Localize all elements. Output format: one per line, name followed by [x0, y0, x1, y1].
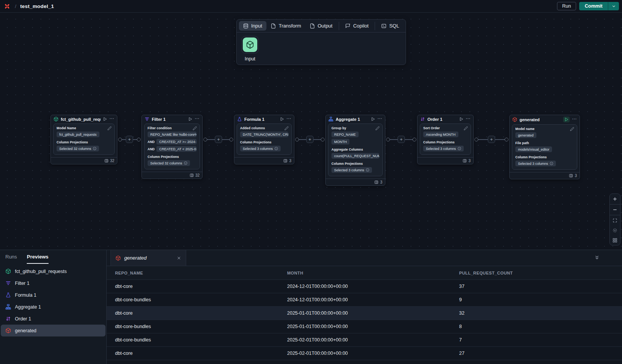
table-row[interactable]: dbt-core 2025-01-01T00:00:00+00:00 32 — [107, 307, 622, 320]
tab-output[interactable]: Output — [305, 21, 337, 31]
zoom-out-button[interactable] — [610, 205, 620, 215]
node-body: Group by REPO_NAME MONTH Aggregate Colum… — [328, 123, 383, 176]
column-projections-pill: Selected 32 columns — [148, 160, 190, 166]
top-bar: / test_model_1 Run Commit — [0, 0, 622, 13]
tab-previews[interactable]: Previews — [27, 250, 48, 264]
sidebar-item-label: Filter 1 — [15, 281, 29, 286]
tab-runs[interactable]: Runs — [5, 250, 17, 264]
edit-pencil-icon[interactable] — [107, 126, 112, 130]
play-icon[interactable] — [103, 117, 107, 121]
row-count: 3 — [380, 180, 382, 184]
table-row[interactable]: dbt-core-bundles 2025-02-01T00:00:00+00:… — [107, 333, 622, 347]
output-port[interactable] — [474, 138, 478, 141]
node-generated[interactable]: generated ⋯ Model name generated File pa… — [509, 115, 580, 179]
zoom-in-button[interactable] — [610, 194, 620, 204]
node-menu-icon[interactable]: ⋯ — [572, 117, 577, 122]
sidebar-item-generated[interactable]: generated — [1, 325, 106, 336]
formula-pill: DATE_TRUNC('MONTH', CREATED_AT... — [240, 132, 288, 137]
add-node-button[interactable]: + — [126, 136, 133, 143]
node-menu-icon[interactable]: ⋯ — [286, 117, 291, 122]
node-title: Formula 1 — [244, 117, 278, 122]
tab-sql[interactable]: SQL — [377, 21, 403, 31]
edit-pencil-icon[interactable] — [193, 126, 197, 130]
output-port[interactable] — [386, 138, 390, 141]
node-aggregate-1[interactable]: Aggregate 1 ⋯ Group by REPO_NAME MONTH A… — [325, 115, 385, 186]
file-icon — [310, 23, 315, 29]
edit-pencil-icon[interactable] — [464, 126, 468, 130]
tab-transform[interactable]: Transform — [266, 21, 305, 31]
palette-input-node[interactable]: Input — [241, 36, 261, 62]
cell-month: 2024-12-01T00:00:00+00:00 — [287, 284, 459, 289]
layout-grid-button[interactable] — [610, 235, 620, 245]
add-node-button[interactable]: + — [398, 136, 405, 143]
section-label: Group by — [331, 126, 379, 130]
commit-dropdown-button[interactable] — [608, 2, 619, 10]
table-row[interactable]: dbt-core-bundles 2024-12-01T00:00:00+00:… — [107, 293, 622, 307]
sidebar-item-order-1[interactable]: Order 1 — [1, 313, 106, 325]
bottom-tabs: Runs Previews — [0, 250, 106, 264]
table-header-row: REPO_NAME MONTH PULL_REQUEST_COUNT — [107, 266, 622, 280]
bottom-panel: Runs Previews fct_github_pull_requests F… — [0, 250, 622, 364]
sidebar-item-formula-1[interactable]: Formula 1 — [1, 289, 106, 301]
node-fct-github-pull-requests[interactable]: fct_github_pull_requests ⋯ Model Name fc… — [50, 115, 117, 164]
locate-button[interactable] — [610, 225, 620, 235]
cell-repo-name: dbt-core — [115, 310, 287, 316]
input-port[interactable] — [413, 138, 416, 141]
output-port[interactable] — [295, 138, 299, 141]
play-icon[interactable] — [280, 117, 284, 121]
input-node-button[interactable] — [241, 36, 259, 54]
node-menu-icon[interactable]: ⋯ — [466, 117, 471, 122]
output-port[interactable] — [118, 138, 122, 141]
sidebar-item-filter-1[interactable]: Filter 1 — [1, 277, 106, 289]
play-icon[interactable] — [563, 117, 570, 122]
column-projections-pill: Selected 32 columns — [57, 146, 99, 151]
info-icon — [458, 147, 461, 150]
play-icon[interactable] — [188, 117, 192, 121]
edit-pencil-icon[interactable] — [570, 127, 574, 131]
play-icon[interactable] — [459, 117, 463, 121]
node-filter-1[interactable]: Filter 1 ⋯ Filter condition REPO_NAME li… — [141, 115, 203, 179]
table-row[interactable]: dbt-core 2025-02-01T00:00:00+00:00 27 — [107, 347, 622, 360]
table-row[interactable]: dbt-core 2024-12-01T00:00:00+00:00 37 — [107, 280, 622, 293]
node-footer: 32 — [142, 172, 202, 179]
dbt-logo-icon[interactable] — [4, 3, 10, 10]
value-pill: fct_github_pull_requests — [57, 132, 99, 137]
sidebar-item-aggregate-1[interactable]: Aggregate 1 — [1, 301, 106, 313]
node-header: generated ⋯ — [510, 115, 580, 124]
preview-tab-generated[interactable]: generated — [110, 250, 186, 266]
page-title: test_model_1 — [20, 3, 54, 9]
tab-copilot-label: Copilot — [353, 23, 369, 29]
input-port[interactable] — [137, 138, 141, 141]
row-count: 3 — [289, 159, 291, 163]
tab-input[interactable]: Input — [239, 21, 266, 31]
run-button[interactable]: Run — [557, 2, 577, 10]
input-port[interactable] — [505, 138, 508, 141]
node-formula-1[interactable]: Formula 1 ⋯ Added columns DATE_TRUNC('MO… — [234, 115, 294, 164]
collapse-panel-button[interactable] — [594, 255, 600, 260]
tab-copilot[interactable]: Copilot — [341, 21, 373, 31]
filter-condition-pill: CREATED_AT < 2025-03-01 — [156, 146, 197, 152]
fit-view-button[interactable] — [610, 215, 620, 225]
column-header-repo-name: REPO_NAME — [115, 271, 287, 275]
edit-pencil-icon[interactable] — [284, 126, 289, 130]
close-icon[interactable] — [177, 256, 181, 260]
double-chevron-down-icon — [594, 255, 600, 260]
add-node-button[interactable]: + — [488, 136, 495, 143]
table-row[interactable]: dbt-core-bundles 2025-01-01T00:00:00+00:… — [107, 320, 622, 333]
play-icon[interactable] — [371, 117, 375, 121]
add-node-button[interactable]: + — [215, 136, 222, 143]
input-port[interactable] — [229, 138, 233, 141]
edit-pencil-icon[interactable] — [375, 126, 380, 130]
node-menu-icon[interactable]: ⋯ — [195, 117, 200, 122]
table-columns-icon — [463, 159, 467, 163]
cell-pull-request-count: 8 — [459, 324, 622, 329]
add-node-button[interactable]: + — [306, 136, 313, 143]
output-port[interactable] — [203, 138, 207, 141]
node-menu-icon[interactable]: ⋯ — [109, 117, 114, 122]
node-order-1[interactable]: Order 1 ⋯ Sort Order Ascending MONTH Col… — [417, 115, 474, 164]
node-menu-icon[interactable]: ⋯ — [377, 117, 382, 122]
input-port[interactable] — [321, 138, 325, 141]
sidebar-item-fct-github-pull-requests[interactable]: fct_github_pull_requests — [1, 265, 106, 277]
cube-icon — [5, 328, 11, 333]
commit-button[interactable]: Commit — [579, 2, 608, 10]
